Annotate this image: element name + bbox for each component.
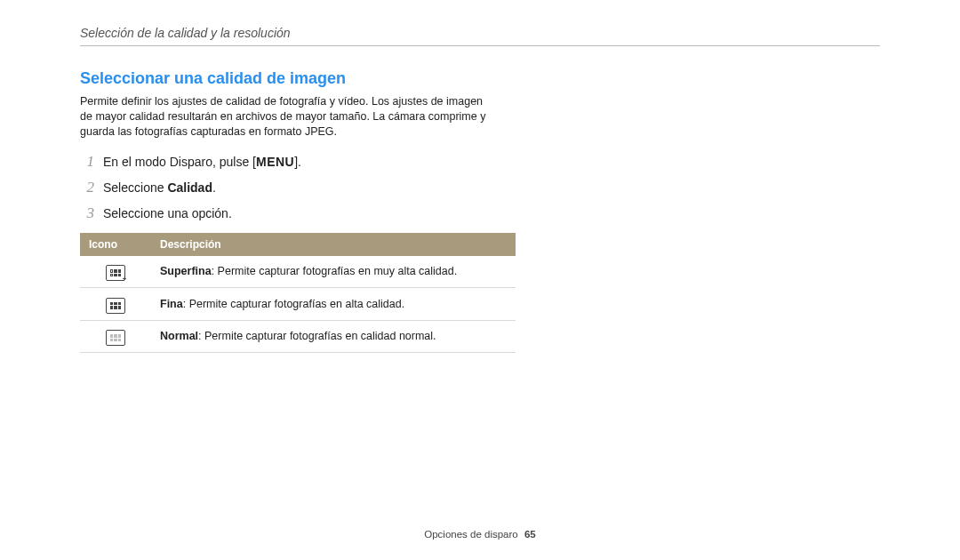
page-header-title: Selección de la calidad y la resolución [80, 25, 880, 42]
step-pre: Seleccione [103, 180, 167, 195]
step-number: 1 [80, 152, 94, 172]
table-header-row: Icono Descripción [80, 233, 516, 256]
table-row: Normal: Permite capturar fotografías en … [80, 320, 516, 353]
menu-key: MENU [256, 155, 294, 169]
footer-section: Opciones de disparo [424, 529, 517, 540]
icon-cell: + [80, 256, 151, 288]
desc-cell: Normal: Permite capturar fotografías en … [151, 320, 516, 353]
step-post: ]. [294, 155, 301, 169]
section-intro: Permite definir los ajustes de calidad d… [80, 94, 498, 140]
step-pre: En el modo Disparo, pulse [ [103, 155, 256, 169]
row-bold: Superfina [160, 265, 212, 277]
desc-cell: Fina: Permite capturar fotografías en al… [151, 288, 516, 321]
step-3: 3 Seleccione una opción. [80, 204, 880, 224]
header-rule [80, 45, 880, 46]
fina-icon [106, 298, 125, 314]
step-bold: Calidad [167, 180, 212, 195]
step-number: 2 [80, 178, 94, 198]
row-bold: Normal [160, 330, 198, 342]
footer-page-number: 65 [524, 529, 536, 540]
step-pre: Seleccione una opción. [103, 206, 232, 220]
section-heading: Seleccionar una calidad de imagen [80, 68, 880, 89]
step-1: 1 En el modo Disparo, pulse [MENU]. [80, 152, 880, 172]
table-row: Fina: Permite capturar fotografías en al… [80, 288, 516, 321]
th-icon: Icono [80, 233, 151, 256]
row-rest: : Permite capturar fotografías en alta c… [183, 298, 404, 310]
row-rest: : Permite capturar fotografías en calida… [198, 330, 436, 342]
row-bold: Fina [160, 298, 183, 310]
superfina-icon: + [106, 265, 125, 281]
normal-icon [106, 330, 125, 346]
table-row: + Superfina: Permite capturar fotografía… [80, 256, 516, 288]
row-rest: : Permite capturar fotografías en muy al… [212, 265, 458, 277]
icon-cell [80, 320, 151, 353]
step-text: Seleccione una opción. [103, 205, 232, 222]
step-2: 2 Seleccione Calidad. [80, 178, 880, 198]
step-text: Seleccione Calidad. [103, 180, 216, 196]
desc-cell: Superfina: Permite capturar fotografías … [151, 256, 516, 288]
step-number: 3 [80, 204, 94, 224]
icon-cell [80, 288, 151, 321]
step-post: . [212, 180, 216, 195]
page: Selección de la calidad y la resolución … [0, 0, 960, 353]
page-footer: Opciones de disparo 65 [0, 528, 960, 542]
step-text: En el modo Disparo, pulse [MENU]. [103, 154, 301, 171]
steps-list: 1 En el modo Disparo, pulse [MENU]. 2 Se… [80, 152, 880, 224]
options-table: Icono Descripción + Superfina: Permite c… [80, 233, 516, 354]
th-desc: Descripción [151, 233, 516, 256]
